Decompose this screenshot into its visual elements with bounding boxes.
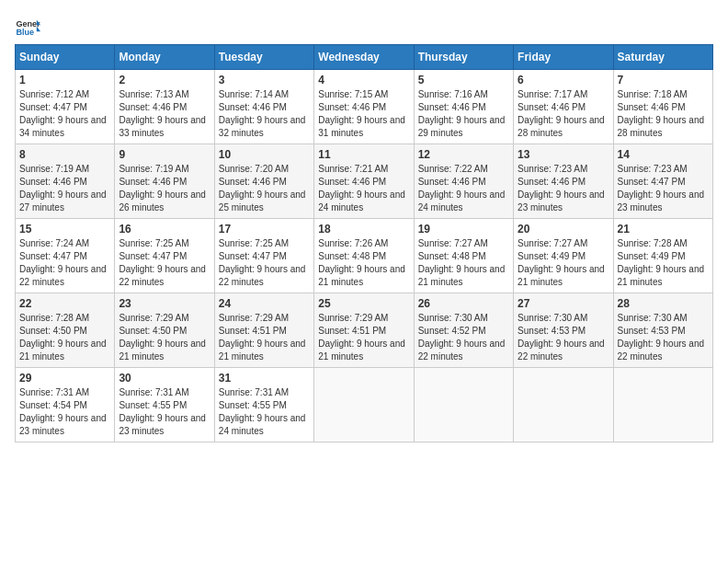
day-info: Sunrise: 7:27 AM Sunset: 4:48 PM Dayligh… [418,237,509,289]
calendar-cell: 14 Sunrise: 7:23 AM Sunset: 4:47 PM Dayl… [613,144,712,219]
logo: General Blue [15,15,40,40]
day-info: Sunrise: 7:16 AM Sunset: 4:46 PM Dayligh… [418,88,509,140]
calendar-cell: 31 Sunrise: 7:31 AM Sunset: 4:55 PM Dayl… [214,368,313,442]
weekday-header-wednesday: Wednesday [314,45,414,70]
day-number: 27 [518,297,609,310]
day-number: 9 [119,148,210,161]
calendar-cell: 6 Sunrise: 7:17 AM Sunset: 4:46 PM Dayli… [514,70,613,144]
day-number: 28 [618,297,709,310]
day-number: 25 [318,297,409,310]
calendar-cell: 13 Sunrise: 7:23 AM Sunset: 4:46 PM Dayl… [514,144,613,219]
day-info: Sunrise: 7:23 AM Sunset: 4:47 PM Dayligh… [618,163,709,214]
calendar-cell: 29 Sunrise: 7:31 AM Sunset: 4:54 PM Dayl… [16,368,115,442]
day-number: 8 [19,148,110,161]
calendar-cell: 7 Sunrise: 7:18 AM Sunset: 4:46 PM Dayli… [613,70,712,144]
calendar-cell: 9 Sunrise: 7:19 AM Sunset: 4:46 PM Dayli… [115,144,214,219]
day-number: 5 [418,74,509,86]
weekday-header-saturday: Saturday [613,45,712,70]
day-info: Sunrise: 7:28 AM Sunset: 4:49 PM Dayligh… [618,237,709,289]
day-number: 7 [618,74,709,86]
calendar-cell [414,368,513,442]
day-info: Sunrise: 7:28 AM Sunset: 4:50 PM Dayligh… [19,312,110,363]
calendar-cell: 26 Sunrise: 7:30 AM Sunset: 4:52 PM Dayl… [414,293,513,368]
calendar-cell: 15 Sunrise: 7:24 AM Sunset: 4:47 PM Dayl… [16,219,115,293]
day-info: Sunrise: 7:12 AM Sunset: 4:47 PM Dayligh… [19,88,110,140]
day-number: 29 [19,372,110,385]
calendar-cell: 12 Sunrise: 7:22 AM Sunset: 4:46 PM Dayl… [414,144,513,219]
day-info: Sunrise: 7:14 AM Sunset: 4:46 PM Dayligh… [219,88,310,140]
calendar-cell: 5 Sunrise: 7:16 AM Sunset: 4:46 PM Dayli… [414,70,513,144]
calendar-cell [613,368,712,442]
day-info: Sunrise: 7:29 AM Sunset: 4:51 PM Dayligh… [318,312,409,363]
day-number: 14 [618,148,709,161]
day-info: Sunrise: 7:25 AM Sunset: 4:47 PM Dayligh… [119,237,210,289]
day-number: 1 [19,74,110,86]
calendar-cell: 23 Sunrise: 7:29 AM Sunset: 4:50 PM Dayl… [115,293,214,368]
weekday-header-friday: Friday [514,45,613,70]
day-info: Sunrise: 7:13 AM Sunset: 4:46 PM Dayligh… [119,88,210,140]
day-info: Sunrise: 7:31 AM Sunset: 4:54 PM Dayligh… [19,386,110,438]
day-info: Sunrise: 7:17 AM Sunset: 4:46 PM Dayligh… [518,88,609,140]
day-info: Sunrise: 7:25 AM Sunset: 4:47 PM Dayligh… [219,237,310,289]
weekday-header-sunday: Sunday [16,45,115,70]
calendar-cell [314,368,414,442]
day-number: 19 [418,223,509,236]
day-info: Sunrise: 7:20 AM Sunset: 4:46 PM Dayligh… [219,163,310,214]
calendar-cell: 3 Sunrise: 7:14 AM Sunset: 4:46 PM Dayli… [214,70,313,144]
calendar-cell: 11 Sunrise: 7:21 AM Sunset: 4:46 PM Dayl… [314,144,414,219]
calendar-cell: 27 Sunrise: 7:30 AM Sunset: 4:53 PM Dayl… [514,293,613,368]
calendar-cell: 4 Sunrise: 7:15 AM Sunset: 4:46 PM Dayli… [314,70,414,144]
day-number: 11 [318,148,409,161]
day-number: 6 [518,74,609,86]
day-info: Sunrise: 7:18 AM Sunset: 4:46 PM Dayligh… [618,88,709,140]
calendar-cell: 21 Sunrise: 7:28 AM Sunset: 4:49 PM Dayl… [613,219,712,293]
day-number: 3 [219,74,310,86]
day-info: Sunrise: 7:23 AM Sunset: 4:46 PM Dayligh… [518,163,609,214]
day-info: Sunrise: 7:21 AM Sunset: 4:46 PM Dayligh… [318,163,409,214]
day-info: Sunrise: 7:22 AM Sunset: 4:46 PM Dayligh… [418,163,509,214]
calendar-cell: 18 Sunrise: 7:26 AM Sunset: 4:48 PM Dayl… [314,219,414,293]
day-info: Sunrise: 7:30 AM Sunset: 4:52 PM Dayligh… [418,312,509,363]
day-number: 10 [219,148,310,161]
day-info: Sunrise: 7:19 AM Sunset: 4:46 PM Dayligh… [119,163,210,214]
day-info: Sunrise: 7:29 AM Sunset: 4:51 PM Dayligh… [219,312,310,363]
day-info: Sunrise: 7:15 AM Sunset: 4:46 PM Dayligh… [318,88,409,140]
day-number: 30 [119,372,210,385]
calendar-table: SundayMondayTuesdayWednesdayThursdayFrid… [15,44,713,442]
day-number: 22 [19,297,110,310]
calendar-cell: 22 Sunrise: 7:28 AM Sunset: 4:50 PM Dayl… [16,293,115,368]
day-number: 16 [119,223,210,236]
calendar-cell: 2 Sunrise: 7:13 AM Sunset: 4:46 PM Dayli… [115,70,214,144]
calendar-cell: 30 Sunrise: 7:31 AM Sunset: 4:55 PM Dayl… [115,368,214,442]
calendar-cell: 19 Sunrise: 7:27 AM Sunset: 4:48 PM Dayl… [414,219,513,293]
day-number: 13 [518,148,609,161]
calendar-cell: 25 Sunrise: 7:29 AM Sunset: 4:51 PM Dayl… [314,293,414,368]
page-header: General Blue [15,15,713,40]
weekday-header-monday: Monday [115,45,214,70]
svg-text:Blue: Blue [16,28,34,37]
day-info: Sunrise: 7:31 AM Sunset: 4:55 PM Dayligh… [119,386,210,438]
weekday-header-thursday: Thursday [414,45,513,70]
day-number: 17 [219,223,310,236]
day-number: 23 [119,297,210,310]
day-number: 20 [518,223,609,236]
day-info: Sunrise: 7:24 AM Sunset: 4:47 PM Dayligh… [19,237,110,289]
calendar-cell: 1 Sunrise: 7:12 AM Sunset: 4:47 PM Dayli… [16,70,115,144]
calendar-cell: 24 Sunrise: 7:29 AM Sunset: 4:51 PM Dayl… [214,293,313,368]
calendar-cell: 8 Sunrise: 7:19 AM Sunset: 4:46 PM Dayli… [16,144,115,219]
calendar-cell [514,368,613,442]
logo-icon: General Blue [15,15,40,40]
day-number: 18 [318,223,409,236]
calendar-cell: 28 Sunrise: 7:30 AM Sunset: 4:53 PM Dayl… [613,293,712,368]
day-info: Sunrise: 7:26 AM Sunset: 4:48 PM Dayligh… [318,237,409,289]
day-number: 2 [119,74,210,86]
day-number: 21 [618,223,709,236]
day-number: 24 [219,297,310,310]
calendar-cell: 16 Sunrise: 7:25 AM Sunset: 4:47 PM Dayl… [115,219,214,293]
calendar-cell: 20 Sunrise: 7:27 AM Sunset: 4:49 PM Dayl… [514,219,613,293]
day-number: 31 [219,372,310,385]
calendar-cell: 10 Sunrise: 7:20 AM Sunset: 4:46 PM Dayl… [214,144,313,219]
day-info: Sunrise: 7:27 AM Sunset: 4:49 PM Dayligh… [518,237,609,289]
day-info: Sunrise: 7:29 AM Sunset: 4:50 PM Dayligh… [119,312,210,363]
day-info: Sunrise: 7:30 AM Sunset: 4:53 PM Dayligh… [618,312,709,363]
